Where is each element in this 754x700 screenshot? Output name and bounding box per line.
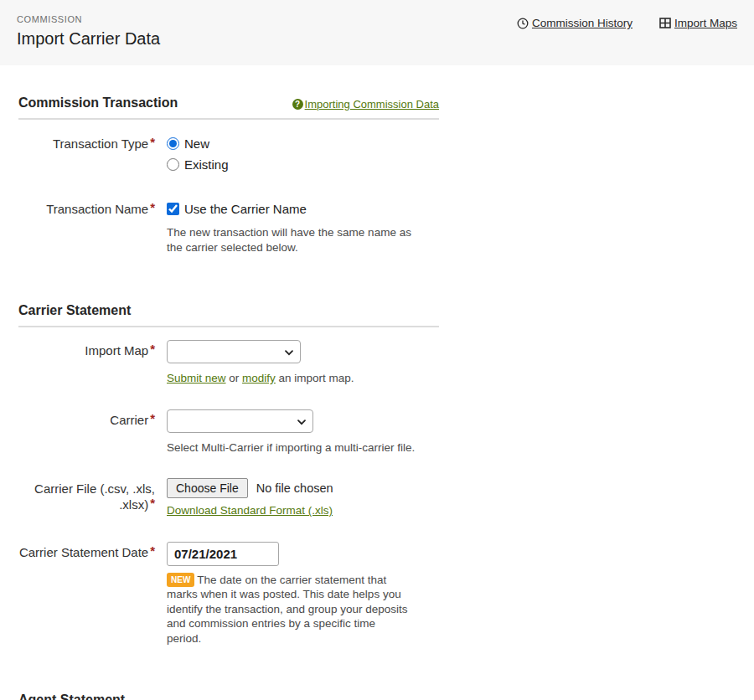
required-marker: * <box>150 411 155 425</box>
new-badge: NEW <box>167 573 194 587</box>
import-map-row: Import Map* Submit new or modify an impo… <box>18 340 439 386</box>
section-commission-transaction: Commission Transaction ? Importing Commi… <box>18 95 439 255</box>
carrier-row: Carrier* Select Multi-Carrier if importi… <box>18 409 439 456</box>
import-maps-link[interactable]: Import Maps <box>659 17 737 29</box>
carrier-statement-date-row: Carrier Statement Date* NEWThe date on t… <box>18 542 439 646</box>
section-title-carrier-statement: Carrier Statement <box>18 303 131 318</box>
section-title-commission-transaction: Commission Transaction <box>18 95 178 111</box>
section-divider <box>18 118 439 120</box>
submit-new-link[interactable]: Submit new <box>167 372 226 384</box>
importing-commission-data-label: Importing Commission Data <box>305 98 439 111</box>
transaction-type-radio-existing[interactable] <box>167 158 179 171</box>
main-content: Commission Transaction ? Importing Commi… <box>0 95 439 700</box>
required-marker: * <box>150 543 155 558</box>
carrier-file-label: Carrier File (.csv, .xls, .xlsx)* <box>18 478 155 513</box>
transaction-type-label: Transaction Type* <box>18 133 155 152</box>
carrier-statement-date-label: Carrier Statement Date* <box>18 542 155 561</box>
commission-history-link[interactable]: Commission History <box>517 17 633 29</box>
transaction-name-label: Transaction Name* <box>18 198 155 218</box>
required-marker: * <box>150 200 155 214</box>
carrier-select[interactable] <box>167 409 313 433</box>
import-map-select[interactable] <box>167 340 301 363</box>
carrier-label: Carrier* <box>18 409 155 429</box>
file-status-text: No file chosen <box>256 481 333 495</box>
carrier-statement-date-help: NEWThe date on the carrier statement tha… <box>167 573 410 646</box>
transaction-type-radio-new[interactable] <box>167 137 179 150</box>
commission-history-label: Commission History <box>532 17 633 29</box>
section-title-agent-statement: Agent Statement <box>18 692 125 700</box>
use-carrier-name-option[interactable]: Use the Carrier Name <box>167 198 439 219</box>
importing-commission-data-link[interactable]: ? Importing Commission Data <box>292 98 439 111</box>
radio-label-new: New <box>184 133 209 154</box>
section-agent-statement: Agent Statement Agent Statement Date <box>18 692 439 700</box>
checkbox-label: Use the Carrier Name <box>184 198 307 219</box>
section-divider <box>18 326 439 327</box>
section-carrier-statement: Carrier Statement Import Map* Submit ne <box>18 303 439 646</box>
required-marker: * <box>150 342 155 356</box>
carrier-statement-date-input[interactable] <box>167 542 279 566</box>
transaction-type-option-new[interactable]: New <box>167 133 439 154</box>
required-marker: * <box>150 135 155 149</box>
header-links: Commission History Import Maps <box>517 17 737 29</box>
clock-icon <box>517 18 529 29</box>
transaction-name-help: The new transaction will have the same n… <box>167 225 418 255</box>
use-carrier-name-checkbox[interactable] <box>167 203 179 215</box>
table-icon <box>659 18 671 28</box>
page-header: COMMISSION Import Carrier Data Commissio… <box>0 0 754 65</box>
download-standard-format-link[interactable]: Download Standard Format (.xls) <box>167 504 333 517</box>
transaction-type-option-existing[interactable]: Existing <box>167 154 439 175</box>
carrier-file-row: Carrier File (.csv, .xls, .xlsx)* Choose… <box>18 478 439 518</box>
import-map-help: Submit new or modify an import map. <box>167 371 418 386</box>
page-title: Import Carrier Data <box>17 29 737 49</box>
import-maps-label: Import Maps <box>674 17 737 29</box>
choose-file-button[interactable]: Choose File <box>167 478 248 498</box>
carrier-help: Select Multi-Carrier if importing a mult… <box>167 440 439 456</box>
radio-label-existing: Existing <box>184 154 229 175</box>
required-marker: * <box>150 496 155 510</box>
import-map-label: Import Map* <box>18 340 155 359</box>
transaction-name-row: Transaction Name* Use the Carrier Name T… <box>18 198 439 255</box>
transaction-type-row: Transaction Type* New Existing <box>18 133 439 175</box>
question-icon: ? <box>292 99 303 110</box>
modify-link[interactable]: modify <box>242 372 276 384</box>
